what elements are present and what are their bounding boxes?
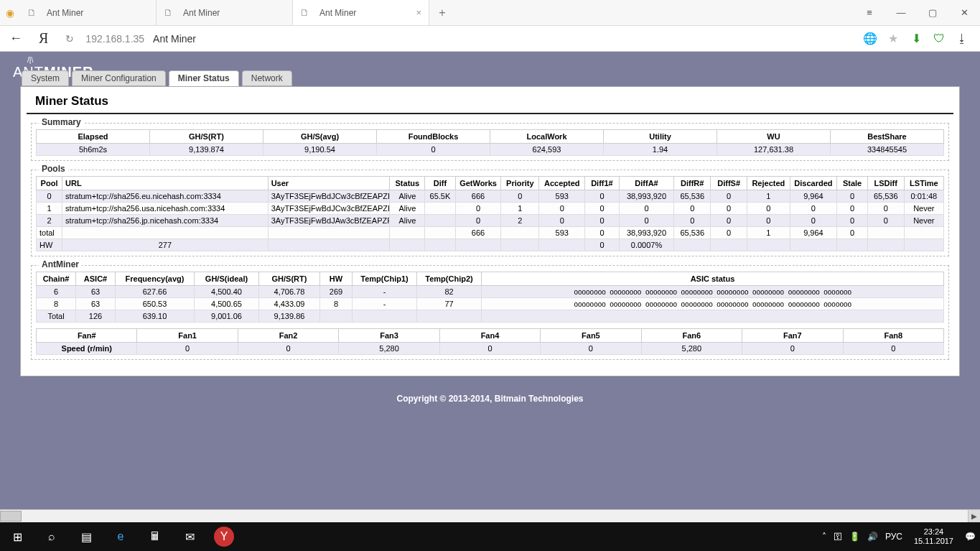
refresh-button[interactable]: ↻ — [61, 33, 78, 45]
column-header: GH/S(avg) — [263, 130, 377, 144]
cell — [417, 310, 482, 323]
calculator-icon[interactable]: 🖩 — [138, 522, 172, 551]
cell — [455, 239, 501, 251]
translate-icon[interactable]: 🌐 — [862, 32, 878, 45]
cell: 65.5K — [425, 190, 455, 203]
browser-tab-1[interactable]: 🗋 Ant Miner — [157, 0, 293, 25]
cell — [425, 215, 455, 227]
tab-miner-status[interactable]: Miner Status — [169, 70, 239, 86]
browser-profile-icon[interactable]: ◉ — [0, 0, 20, 25]
address-title: Ant Miner — [153, 33, 196, 45]
column-header: Frequency(avg) — [116, 272, 195, 286]
start-button[interactable]: ⊞ — [0, 522, 34, 551]
maximize-button[interactable]: ▢ — [917, 0, 948, 26]
language-indicator[interactable]: РУС — [885, 532, 902, 542]
column-header: Temp(Chip2) — [417, 272, 482, 286]
table-row: Total126639.109,001.069,139.86 — [37, 310, 944, 323]
cell — [501, 239, 539, 251]
cell: Never — [904, 203, 943, 215]
download-arrow-icon[interactable]: ⬇ — [908, 32, 924, 45]
column-header: Chain# — [37, 272, 76, 286]
column-header: LocalWork — [490, 130, 604, 144]
downloads-icon[interactable]: ⭳ — [954, 32, 970, 45]
scrollbar-thumb[interactable] — [0, 511, 22, 522]
tab-miner-configuration[interactable]: Miner Configuration — [72, 70, 166, 86]
minimize-button[interactable]: — — [885, 0, 917, 26]
cell: stratum+tcp://sha256.jp.nicehash.com:333… — [62, 215, 269, 227]
column-header: Elapsed — [37, 130, 150, 144]
antminer-table: Chain#ASIC#Frequency(avg)GH/S(ideal)GH/S… — [36, 272, 944, 323]
mail-icon[interactable]: ✉ — [172, 522, 207, 551]
search-icon[interactable]: ⌕ — [34, 522, 69, 551]
cell: 624,593 — [490, 144, 604, 156]
cell: oooooooo oooooooo oooooooo oooooooo oooo… — [482, 286, 944, 298]
cell: Alive — [390, 203, 425, 215]
cell: 0 — [585, 227, 620, 239]
notifications-icon[interactable]: 💬 — [965, 532, 976, 542]
copyright: Copyright © 2013-2014, Bitmain Technolog… — [0, 389, 980, 408]
column-header: WU — [717, 130, 831, 144]
cell: stratum+tcp://sha256.eu.nicehash.com:333… — [62, 190, 269, 203]
cell: 77 — [417, 298, 482, 310]
address-bar[interactable]: 192.168.1.35 Ant Miner — [85, 33, 855, 45]
bookmark-icon[interactable]: ★ — [885, 32, 901, 45]
cell: 4,500.65 — [195, 298, 259, 310]
task-view-icon[interactable]: ▤ — [69, 522, 103, 551]
browser-tab-2[interactable]: 🗋 Ant Miner × — [293, 0, 429, 25]
browser-tab-0[interactable]: 🗋 Ant Miner — [20, 0, 157, 25]
tab-system[interactable]: System — [22, 70, 69, 86]
cell: 1.94 — [604, 144, 717, 156]
cell: 666 — [455, 190, 501, 203]
shield-icon[interactable]: 🛡 — [931, 32, 947, 45]
cell: 0 — [539, 203, 585, 215]
cell: 9,964 — [790, 190, 837, 203]
tab-network[interactable]: Network — [242, 70, 292, 86]
address-bar-row: ← Я ↻ 192.168.1.35 Ant Miner 🌐 ★ ⬇ 🛡 ⭳ — [0, 26, 980, 52]
new-tab-button[interactable]: + — [429, 0, 455, 25]
menu-icon[interactable]: ≡ — [854, 0, 885, 26]
cell: 63 — [76, 298, 116, 310]
battery-icon[interactable]: 🔋 — [849, 532, 860, 542]
column-header: Utility — [604, 130, 717, 144]
column-header: FoundBlocks — [377, 130, 490, 144]
yandex-browser-icon[interactable]: Y — [214, 527, 234, 547]
table-row: 0stratum+tcp://sha256.eu.nicehash.com:33… — [37, 190, 944, 203]
column-header: ASIC# — [76, 272, 116, 286]
column-header: Fan1 — [137, 329, 238, 343]
cell: 0 — [867, 203, 904, 215]
cell: 0 — [501, 190, 539, 203]
cell: 0 — [455, 203, 501, 215]
cell: Total — [37, 310, 76, 323]
edge-icon[interactable]: e — [103, 522, 138, 551]
back-button[interactable]: ← — [6, 29, 26, 49]
column-header: Accepted — [539, 177, 585, 190]
wifi-icon[interactable]: ⚿ — [834, 532, 842, 542]
cell — [390, 239, 425, 251]
close-window-button[interactable]: ✕ — [948, 0, 980, 26]
cell: 1 — [501, 203, 539, 215]
scrollbar-right-button[interactable]: ▶ — [968, 510, 980, 522]
tray-chevron-icon[interactable]: ˄ — [822, 532, 826, 542]
windows-taskbar: ⊞ ⌕ ▤ e 🖩 ✉ Y ˄ ⚿ 🔋 🔊 РУС 23:24 15.11.20… — [0, 522, 980, 551]
cell: 269 — [320, 286, 353, 298]
horizontal-scrollbar[interactable]: ▶ — [0, 509, 980, 522]
column-header: GetWorks — [455, 177, 501, 190]
cell — [353, 310, 417, 323]
cell: 126 — [76, 310, 116, 323]
column-header: Fan6 — [641, 329, 742, 343]
cell: 0 — [837, 203, 867, 215]
volume-icon[interactable]: 🔊 — [867, 532, 878, 542]
table-row: 863650.534,500.654,433.098-77oooooooo oo… — [37, 298, 944, 310]
content-panel: Miner Status Summary ElapsedGH/S(RT)GH/S… — [20, 86, 960, 376]
yandex-logo-icon[interactable]: Я — [33, 30, 54, 47]
cell: 627.66 — [116, 286, 195, 298]
taskbar-clock[interactable]: 23:24 15.11.2017 — [910, 527, 958, 546]
column-header: Fan# — [37, 329, 137, 343]
cell: 5,280 — [339, 343, 439, 355]
column-header: DiffS# — [711, 177, 747, 190]
summary-legend: Summary — [39, 117, 84, 127]
cell: 0 — [742, 343, 843, 355]
pools-legend: Pools — [39, 164, 68, 174]
cell — [425, 239, 455, 251]
close-tab-icon[interactable]: × — [416, 7, 421, 18]
